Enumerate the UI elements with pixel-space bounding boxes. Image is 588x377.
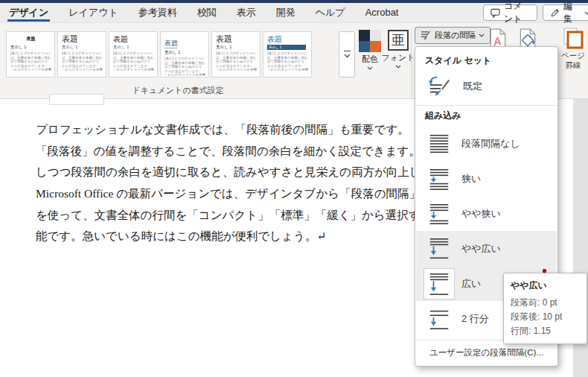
comment-icon xyxy=(490,8,500,18)
chevron-down-icon xyxy=(479,34,485,37)
thumb-heading: 見出し 1 xyxy=(267,45,306,50)
thumb-body-text: [挿入] タブのギャラリーには、文書全体の体裁に合わせて調整するためのアイテムが… xyxy=(113,51,154,71)
text-line: しつつ段落間の余白を適切に取ると、読みやすさと見栄えの両方が向上します xyxy=(36,162,417,183)
chevron-down-icon xyxy=(344,54,351,58)
pencil-icon xyxy=(550,8,560,18)
color-swatch xyxy=(359,41,370,52)
tooltip-title: やや広い xyxy=(511,279,580,292)
gallery-more-icon xyxy=(344,51,351,52)
tooltip-space-before: 段落前: 0 pt xyxy=(511,296,580,310)
thumb-title: 表題 xyxy=(164,39,178,48)
text-line: プロフェッショナルな文書作成では、「段落前後の間隔」も重要です。「段落 xyxy=(36,119,417,141)
color-swatch xyxy=(370,30,381,41)
tab-view[interactable]: 表示 xyxy=(237,3,256,23)
thumb-title: 表題 xyxy=(216,35,257,43)
thumb-body-text: [挿入] タブのギャラリーには、文書全体の体裁に合わせて調整するためのアイテムが… xyxy=(164,57,205,76)
style-set-thumbnail[interactable]: 表題 見出し 1 [挿入] タブのギャラリーには、文書全体の体裁に合わせて調整す… xyxy=(211,31,261,77)
thumb-heading: 見出し 1 xyxy=(62,45,103,50)
edit-mode-label: 編集 xyxy=(563,0,581,25)
tab-layout[interactable]: レイアウト xyxy=(68,3,118,23)
menu-item-label: 既定 xyxy=(463,80,482,93)
menu-divider xyxy=(416,105,557,106)
text-line: を使って、文書全体の行間を「コンパクト」「標準」「緩く」から選択するこ xyxy=(36,205,417,226)
word-window: デザイン レイアウト 参考資料 校閲 表示 開発 ヘルプ Acrobat コメン… xyxy=(0,0,588,377)
text-line: Microsoft Office の最新バージョンでは、デザインタブから「段落の… xyxy=(36,183,417,205)
menu-section-header: スタイル セット xyxy=(425,54,491,67)
paragraph-spacing-button[interactable]: 段落の間隔 xyxy=(415,27,490,44)
thumb-heading: 見出し 1 xyxy=(113,45,154,50)
theme-fonts-label: フォント xyxy=(381,52,415,63)
color-swatch xyxy=(370,41,381,52)
menu-item-label: やや広い xyxy=(461,242,501,256)
page-borders-label: ページ罫線 xyxy=(560,51,586,70)
thumb-heading: 見出し 1 xyxy=(216,45,257,50)
chevron-down-icon xyxy=(395,65,401,69)
style-set-thumbnail[interactable]: 表題 見出し 1 [挿入] タブのギャラリーには、文書全体の体裁に合わせて調整す… xyxy=(263,31,312,77)
red-artifact-mark xyxy=(543,269,546,273)
menu-section-header: 組み込み xyxy=(425,110,461,122)
thumb-body-text: [挿入] タブのギャラリーには、文書全体の体裁に合わせて調整するためのアイテムが… xyxy=(10,51,51,71)
menu-item-no-spacing[interactable]: 段落間隔なし xyxy=(416,126,557,161)
tab-developer[interactable]: 開発 xyxy=(276,3,295,23)
paragraph-spacing-icon xyxy=(421,30,432,41)
tab-references[interactable]: 参考資料 xyxy=(138,3,177,23)
theme-colors-icon xyxy=(359,30,381,52)
menu-item-label: 狭い xyxy=(461,172,481,186)
menu-item-tight[interactable]: 狭い xyxy=(416,161,557,196)
style-set-thumbnail[interactable]: 表題 見出し 1 [挿入] タブのギャラリーには、文書全体の体裁に合わせて調整す… xyxy=(6,31,55,77)
page-borders-icon xyxy=(563,27,584,49)
tab-help[interactable]: ヘルプ xyxy=(316,3,345,23)
tooltip-line-spacing: 行間: 1.15 xyxy=(511,324,580,338)
open-spacing-icon xyxy=(427,237,451,261)
paragraph: プロフェッショナルな文書作成では、「段落前後の間隔」も重要です。「段落 「段落後… xyxy=(36,119,417,183)
style-set-thumbnail[interactable]: 表題 見出し 1 [挿入] タブのギャラリーには、文書全体の体裁に合わせて調整す… xyxy=(160,31,209,77)
style-set-thumbnail[interactable]: 表題 見出し 1 [挿入] タブのギャラリーには、文書全体の体裁に合わせて調整す… xyxy=(109,31,158,77)
compact-spacing-icon xyxy=(427,202,451,226)
text-line: 「段落後」の値を調整することで、段落間の余白を細かく設定できます。行間 xyxy=(36,141,417,162)
tab-acrobat[interactable]: Acrobat xyxy=(365,3,399,23)
menu-item-compact[interactable]: やや狭い xyxy=(416,196,557,231)
menu-item-label: やや狭い xyxy=(461,207,501,221)
chevron-down-icon xyxy=(367,66,373,70)
theme-fonts-button[interactable]: 亜 フォント xyxy=(384,30,412,69)
comments-button[interactable]: コメント xyxy=(483,4,537,21)
selected-item-highlight xyxy=(424,268,455,300)
menu-item-label: 2 行分 xyxy=(461,312,489,326)
menu-item-label: 広い xyxy=(461,277,481,291)
thumb-title: 表題 xyxy=(267,35,308,43)
comments-label: コメント xyxy=(504,0,530,25)
thumb-body-text: [挿入] タブのギャラリーには、文書全体の体裁に合わせて調整するためのアイテムが… xyxy=(267,51,308,71)
page-borders-button[interactable]: ページ罫線 xyxy=(558,27,588,70)
thumb-title: 表題 xyxy=(10,35,51,43)
style-set-gallery: 表題 見出し 1 [挿入] タブのギャラリーには、文書全体の体裁に合わせて調整す… xyxy=(6,31,312,77)
spacing-tooltip: やや広い 段落前: 0 pt 段落後: 10 pt 行間: 1.15 xyxy=(503,273,587,344)
theme-colors-label: 配色 xyxy=(362,54,378,65)
paragraph: Microsoft Office の最新バージョンでは、デザインタブから「段落の… xyxy=(36,183,417,247)
menu-item-open-hovered[interactable]: やや広い xyxy=(416,231,557,266)
thumb-body-text: [挿入] タブのギャラリーには、文書全体の体裁に合わせて調整するためのアイテムが… xyxy=(62,51,103,71)
tab-review[interactable]: 校閲 xyxy=(197,3,217,23)
thumb-heading: 見出し 1 xyxy=(10,45,51,50)
relaxed-spacing-icon xyxy=(427,272,451,296)
edit-mode-button[interactable]: 編集 xyxy=(543,4,588,21)
style-set-thumbnail[interactable]: 表題 見出し 1 [挿入] タブのギャラリーには、文書全体の体裁に合わせて調整す… xyxy=(57,31,106,77)
thumb-heading: 見出し 1 xyxy=(164,50,205,55)
no-paragraph-spacing-icon xyxy=(427,132,451,156)
thumb-title: 表題 xyxy=(62,35,103,43)
color-swatch xyxy=(359,30,370,41)
menu-item-default[interactable]: 既定 xyxy=(416,69,557,104)
text-line: 能です。急いでいる時にはこの機能が便利でしょう。↵ xyxy=(36,226,417,247)
theme-colors-button[interactable]: 配色 xyxy=(356,30,384,70)
ribbon-group-separator xyxy=(411,28,412,97)
tooltip-space-after: 段落後: 10 pt xyxy=(511,310,580,324)
double-spacing-icon xyxy=(427,307,451,331)
paragraph-spacing-label: 段落の間隔 xyxy=(435,30,476,41)
tab-design[interactable]: デザイン xyxy=(9,3,48,23)
thumb-body-text: [挿入] タブのギャラリーには、文書全体の体裁に合わせて調整するためのアイテムが… xyxy=(216,51,257,71)
theme-fonts-icon: 亜 xyxy=(388,30,409,51)
gallery-more-button[interactable] xyxy=(339,31,355,77)
tight-spacing-icon xyxy=(427,167,451,191)
default-style-icon xyxy=(427,74,453,99)
chevron-down-icon xyxy=(584,11,588,15)
menu-item-label: 段落間隔なし xyxy=(461,137,520,151)
